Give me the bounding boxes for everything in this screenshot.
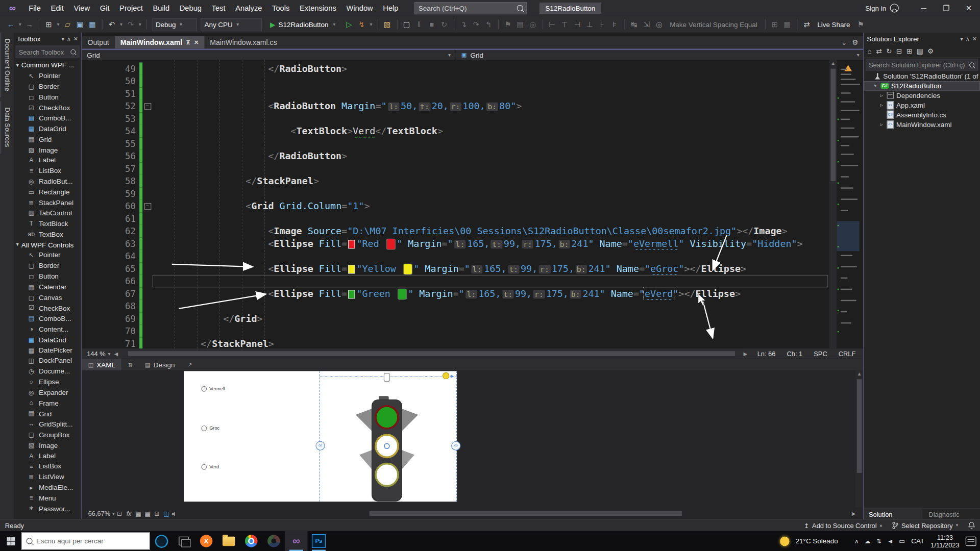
- zoom-icon[interactable]: ◎: [653, 18, 665, 31]
- toolbox-item-docume[interactable]: ◷Docume...: [14, 366, 81, 377]
- tray-expand-icon[interactable]: ∧: [854, 538, 859, 544]
- toolbox-search-input[interactable]: Search Toolbox: [16, 45, 80, 57]
- code-line-63[interactable]: 63<Ellipse Fill="Red " Margin="l:165,t:9…: [82, 237, 828, 249]
- toolbox-item-mediaele[interactable]: ▸MediaEle...: [14, 482, 81, 493]
- code-line-60[interactable]: 60−<Grid Grid.Column="1">: [82, 200, 828, 212]
- toolbox-item-grid[interactable]: ▦Grid: [14, 408, 81, 419]
- effects-icon[interactable]: fx: [124, 510, 133, 517]
- code-line-59[interactable]: 59: [82, 187, 828, 199]
- start-debug-button[interactable]: ▶S12RadioButton▾: [266, 18, 340, 31]
- toolbox-item-grid[interactable]: ▦Grid: [14, 134, 81, 144]
- scroll-left-icon[interactable]: ◀: [171, 511, 175, 516]
- weather-label[interactable]: 21°C Soleado: [796, 537, 838, 545]
- code-line-66[interactable]: 66: [82, 275, 828, 287]
- new-project-icon[interactable]: ⊞: [43, 18, 54, 31]
- code-line-52[interactable]: 52−<RadioButton Margin="l:50,t:20,r:100,…: [82, 100, 828, 112]
- toolbox-item-frame[interactable]: ⌂Frame: [14, 397, 81, 408]
- tab-diagnostic-tools[interactable]: Diagnostic Tools: [924, 509, 980, 520]
- hot-reload-icon[interactable]: ↯: [356, 18, 367, 31]
- close-icon[interactable]: ✕: [74, 36, 78, 42]
- spacing-icon[interactable]: ↹: [628, 18, 640, 31]
- code-line-69[interactable]: 69</Grid>: [82, 312, 828, 324]
- chevron-down-icon[interactable]: ▾: [119, 21, 124, 27]
- toolbox-item-datepicker[interactable]: ▦DatePicker: [14, 345, 81, 356]
- chevron-down-icon[interactable]: ▾: [61, 36, 64, 42]
- step-out-icon[interactable]: ↰: [483, 18, 494, 31]
- visual-studio-icon[interactable]: ∞: [285, 531, 307, 551]
- sign-in-button[interactable]: Sign in: [865, 4, 899, 12]
- collapse-all-icon[interactable]: ⊟: [896, 47, 902, 55]
- toolbox-item-calendar[interactable]: ▦Calendar: [14, 282, 81, 292]
- comment-icon[interactable]: ▤: [514, 18, 526, 31]
- tree-item-dependencies[interactable]: ▹Dependencies: [864, 91, 980, 101]
- toolbox-item-pointer[interactable]: ↖Pointer: [14, 70, 81, 81]
- cortana-icon[interactable]: [150, 531, 173, 551]
- add-to-source-control-button[interactable]: ↥ Add to Source Control ▴: [804, 521, 882, 529]
- selection-top-handle[interactable]: [384, 373, 390, 382]
- toolbox-item-checkbox[interactable]: ☑CheckBox: [14, 102, 81, 113]
- editor-zoom-select[interactable]: 144 %: [82, 350, 108, 358]
- design-horizontal-scrollbar[interactable]: [179, 510, 848, 516]
- configuration-dropdown[interactable]: Debug▾: [152, 18, 197, 31]
- menu-project[interactable]: Project: [114, 0, 148, 16]
- scroll-up-icon[interactable]: ▲: [829, 60, 837, 68]
- toolbox-group-common-wpf[interactable]: ▾Common WPF ...: [14, 60, 81, 71]
- design-radiobutton-vermell[interactable]: Vermell: [201, 386, 225, 392]
- pop-out-button[interactable]: ↗: [181, 359, 199, 370]
- save-icon[interactable]: ▣: [75, 18, 86, 31]
- spaces-indicator[interactable]: SPC: [814, 350, 827, 358]
- minimap-viewport[interactable]: [837, 221, 860, 251]
- undo-icon[interactable]: ↶: [106, 18, 117, 31]
- menu-help[interactable]: Help: [378, 0, 403, 16]
- scroll-right-icon[interactable]: ▶: [852, 511, 865, 516]
- tab-xaml[interactable]: ◫ XAML: [82, 359, 121, 370]
- tree-item-mainwindow-xaml[interactable]: ▹<>MainWindow.xaml: [864, 119, 980, 129]
- chevron-down-icon[interactable]: ⌄: [841, 38, 847, 46]
- code-line-57[interactable]: 57: [82, 162, 828, 174]
- toolbox-item-listbox[interactable]: ≡ListBox: [14, 461, 81, 471]
- step-over-icon[interactable]: ↷: [471, 18, 482, 31]
- toolbox-item-checkbox[interactable]: ☑CheckBox: [14, 303, 81, 313]
- guides-icon[interactable]: ⊞: [152, 510, 161, 517]
- open-file-icon[interactable]: ▱: [62, 18, 73, 31]
- toolbox-item-button[interactable]: ◻Button: [14, 271, 81, 282]
- toolbox-item-passwor[interactable]: ∗Passwor...: [14, 503, 81, 514]
- code-line-64[interactable]: 64: [82, 250, 828, 262]
- toolbox-item-pointer[interactable]: ↖Pointer: [14, 250, 81, 261]
- menu-window[interactable]: Window: [341, 0, 378, 16]
- menu-edit[interactable]: Edit: [46, 0, 69, 16]
- design-zoom-select[interactable]: 66,67%: [82, 510, 112, 517]
- document-outline-tab[interactable]: Document Outline: [0, 33, 14, 97]
- toolbox-item-dockpanel[interactable]: ◫DockPanel: [14, 356, 81, 366]
- quick-actions-lightbulb[interactable]: ▶: [443, 372, 454, 379]
- design-artboard[interactable]: VermellGrocVerd ∞ ∞ ▶: [184, 371, 457, 502]
- menu-view[interactable]: View: [69, 0, 95, 16]
- code-line-51[interactable]: 51: [82, 87, 828, 99]
- menu-file[interactable]: File: [24, 0, 46, 16]
- toolbox-item-datagrid[interactable]: ▦DataGrid: [14, 123, 81, 134]
- package-icon[interactable]: ▧: [382, 18, 393, 31]
- code-line-65[interactable]: 65<Ellipse Fill="Yellow " Margin="l:165,…: [82, 262, 828, 274]
- redo-icon[interactable]: ↷: [125, 18, 136, 31]
- tree-item-app-xaml[interactable]: ▹<>App.xaml: [864, 101, 980, 110]
- zoom-to-fit-icon[interactable]: ⊡: [115, 510, 124, 517]
- taskbar-clock[interactable]: 11:23 1/11/2023: [930, 534, 959, 548]
- volume-icon[interactable]: ◄: [887, 538, 893, 544]
- toolbox-item-listview[interactable]: ≣ListView: [14, 471, 81, 482]
- design-vertical-scrollbar[interactable]: ▲: [855, 370, 863, 507]
- feedback-icon[interactable]: ⚑: [855, 18, 866, 31]
- code-minimap[interactable]: [837, 60, 860, 349]
- size-icon[interactable]: ⇲: [641, 18, 652, 31]
- menu-analyze[interactable]: Analyze: [230, 0, 267, 16]
- battery-icon[interactable]: ▭: [899, 538, 905, 544]
- anchor-right-icon[interactable]: ∞: [451, 441, 460, 450]
- toolbox-item-textblock[interactable]: TTextBlock: [14, 218, 81, 229]
- keyboard-language[interactable]: CAT: [911, 537, 924, 545]
- show-all-files-icon[interactable]: ⊞: [906, 47, 912, 55]
- chrome-icon[interactable]: [240, 531, 262, 551]
- snaplines-icon[interactable]: ◫: [162, 510, 171, 517]
- minimize-button[interactable]: ─: [913, 0, 935, 16]
- chevron-down-icon[interactable]: ▾: [960, 36, 963, 42]
- toolbox-item-border[interactable]: ▢Border: [14, 81, 81, 92]
- toolbox-item-canvas[interactable]: ▢Canvas: [14, 292, 81, 303]
